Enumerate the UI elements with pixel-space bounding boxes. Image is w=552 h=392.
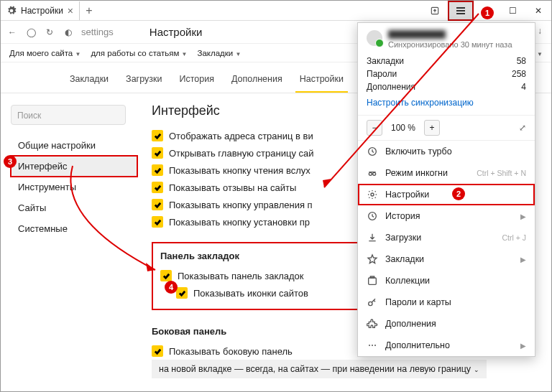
menu-item-label: Закладки [385,254,424,264]
turbo-icon [367,146,378,157]
checkbox-icon[interactable] [152,164,163,176]
tab-settings[interactable]: Настройки [295,70,348,93]
page-title: Настройки [150,26,203,38]
menu-item-label: Дополнения [385,319,436,329]
star-icon [367,253,378,265]
callout-2: 2 [452,187,465,200]
more-icon [367,340,378,351]
callout-1: 1 [481,6,494,19]
sidebar-item-tools[interactable]: Инструменты [11,177,137,197]
menu-item-history[interactable]: История▶ [358,205,535,227]
svg-point-12 [369,302,372,305]
hamburger-menu[interactable] [448,1,474,21]
zoom-value: 100 % [391,123,415,133]
chevron-right-icon: ▶ [520,342,526,350]
menu-item-turbo[interactable]: Включить турбо [358,141,535,162]
menu-item-more[interactable]: Дополнительно▶ [358,335,535,356]
new-tab-button[interactable]: + [80,4,98,17]
download-icon[interactable]: ↓ [534,25,546,37]
tab-addons[interactable]: Дополнения [227,70,287,93]
tab-downloads[interactable]: Загрузки [121,70,166,93]
browser-tab[interactable]: Настройки × [1,1,80,20]
sync-settings-link[interactable]: Настроить синхронизацию [367,98,474,108]
maximize-button[interactable]: ☐ [500,1,525,21]
checkbox-icon[interactable] [152,182,163,193]
menu-item-label: Настройки [385,190,429,200]
callout-3: 3 [4,155,17,168]
menu-item-label: История [385,211,420,221]
shortcut: Ctrl + J [502,233,526,242]
tab-bookmarks[interactable]: Закладки [65,70,113,93]
sidebar-item-general[interactable]: Общие настройки [11,135,137,156]
tab-close[interactable]: × [68,5,73,17]
svg-point-13 [369,345,370,346]
tab-title: Настройки [21,6,63,16]
menu-item-label: Коллекции [385,276,430,286]
checkbox-icon[interactable] [152,130,163,141]
search-input[interactable]: Поиск [11,105,126,125]
fullscreen-icon[interactable]: ⤢ [519,123,526,133]
zoom-controls: − 100 % + ⤢ [358,116,535,141]
menu-item-label: Загрузки [385,233,421,243]
sync-stat-row: Дополнения4 [367,80,526,93]
svg-point-7 [369,172,372,175]
download-icon [367,232,378,243]
svg-point-8 [373,172,376,175]
tab-history[interactable]: История [175,70,218,93]
menu-item-download[interactable]: ЗагрузкиCtrl + J [358,227,535,248]
main-menu-panel: Синхронизировано 30 минут наза Закладки5… [357,22,535,357]
gear-icon [367,189,378,200]
sidebar-item-interface[interactable]: Интерфейс [11,156,137,177]
shortcut: Ctrl + Shift + N [477,169,526,177]
share-icon[interactable] [422,1,448,21]
menu-item-gear[interactable]: Настройки [358,184,535,205]
zoom-in-button[interactable]: + [424,120,440,136]
chevron-right-icon: ▶ [520,213,526,220]
shield-icon[interactable]: ◐ [63,27,74,38]
menu-item-incognito[interactable]: Режим инкогниCtrl + Shift + N [358,162,535,184]
menu-item-key[interactable]: Пароли и карты [358,291,535,313]
user-name [388,30,446,39]
url-text[interactable]: settings [81,27,114,37]
svg-point-9 [371,193,374,196]
gear-icon [6,6,17,16]
back-icon[interactable]: ← [6,27,18,38]
sync-status: Синхронизировано 30 минут наза [388,40,512,49]
zoom-out-button[interactable]: − [367,120,382,136]
settings-sidebar: Поиск Общие настройки Интерфейс Инструме… [1,93,137,378]
history-icon [367,210,378,222]
key-icon [367,297,378,308]
menu-item-label: Дополнительно [385,340,450,350]
close-button[interactable]: ✕ [525,1,551,21]
svg-rect-11 [369,278,377,284]
checkbox-icon[interactable] [152,216,163,228]
checkbox-icon[interactable] [176,287,188,299]
sync-stat-row: Закладки58 [367,55,526,67]
avatar[interactable] [367,30,382,46]
bookmark-folder[interactable]: для работы со статьям ▼ [88,47,190,59]
collection-icon [367,275,378,286]
checkbox-icon[interactable] [152,345,163,357]
menu-item-puzzle[interactable]: Дополнения [358,313,535,335]
svg-point-15 [374,345,376,346]
checkbox-icon[interactable] [152,147,163,159]
titlebar: Настройки × + — ☐ ✕ [1,1,551,21]
sidebar-item-sites[interactable]: Сайты [11,197,137,218]
svg-point-14 [372,345,373,346]
reload-icon[interactable]: ↻ [44,27,55,38]
select-dropdown[interactable]: на новой вкладке — всегда, на сайтах — п… [152,360,487,378]
menu-item-label: Включить турбо [385,146,452,157]
bookmark-folder[interactable]: Закладки ▼ [195,47,244,59]
menu-item-label: Пароли и карты [385,297,451,307]
checkbox-icon[interactable] [152,199,163,210]
menu-item-star[interactable]: Закладки▶ [358,248,535,270]
sidebar-item-system[interactable]: Системные [11,218,137,239]
incognito-icon [367,167,378,179]
callout-4: 4 [165,281,178,294]
bookmark-folder[interactable]: Для моего сайта ▼ [6,47,83,59]
sync-stat-row: Пароли258 [367,67,526,80]
menu-item-collection[interactable]: Коллекции [358,270,535,291]
home-icon[interactable]: ◯ [25,27,37,38]
chevron-right-icon: ▶ [520,256,526,263]
checkbox-icon[interactable] [160,270,172,281]
